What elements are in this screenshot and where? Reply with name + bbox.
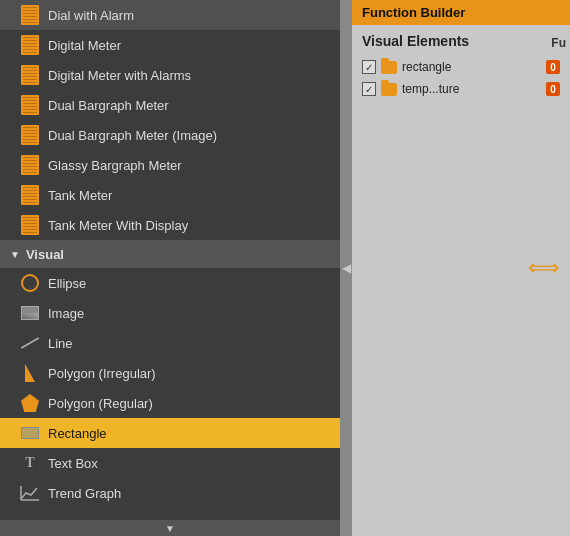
function-builder-header: Function Builder xyxy=(352,0,570,25)
item-label: Dual Bargraph Meter (Image) xyxy=(48,128,217,143)
fu-tab-label[interactable]: Fu xyxy=(551,36,566,50)
list-item-glassy-bargraph-meter[interactable]: Glassy Bargraph Meter xyxy=(0,150,340,180)
transfer-arrow-icon: ⟺ xyxy=(528,255,560,280)
list-item-image[interactable]: Image xyxy=(0,298,340,328)
list-item-dial-with-alarm[interactable]: Dial with Alarm xyxy=(0,0,340,30)
item-label: Tank Meter With Display xyxy=(48,218,188,233)
item-label: Dual Bargraph Meter xyxy=(48,98,169,113)
collapse-arrow-icon: ◀ xyxy=(342,261,351,275)
left-panel: Dial with Alarm Digital Meter Digital Me… xyxy=(0,0,340,536)
item-label: Polygon (Regular) xyxy=(48,396,153,411)
item-label: Rectangle xyxy=(48,426,107,441)
panel-collapse-button[interactable]: ◀ xyxy=(340,0,352,536)
ve-label-rectangle: rectangle xyxy=(402,60,542,74)
item-label: Image xyxy=(48,306,84,321)
item-label: Glassy Bargraph Meter xyxy=(48,158,182,173)
item-label: Line xyxy=(48,336,73,351)
list-item-trend-graph[interactable]: Trend Graph xyxy=(0,478,340,508)
ve-checkbox-rectangle[interactable] xyxy=(362,60,376,74)
list-item-line[interactable]: Line xyxy=(0,328,340,358)
ve-checkbox-temperature[interactable] xyxy=(362,82,376,96)
right-panel: ◀ Function Builder Visual Elements recta… xyxy=(340,0,570,536)
list-item-dual-bargraph-meter[interactable]: Dual Bargraph Meter xyxy=(0,90,340,120)
visual-section-header[interactable]: ▼ Visual xyxy=(0,240,340,268)
list-item-polygon-irregular[interactable]: Polygon (Irregular) xyxy=(0,358,340,388)
item-label: Trend Graph xyxy=(48,486,121,501)
list-item-rectangle[interactable]: Rectangle xyxy=(0,418,340,448)
list-item-tank-meter[interactable]: Tank Meter xyxy=(0,180,340,210)
item-label: Ellipse xyxy=(48,276,86,291)
ve-label-temperature: temp...ture xyxy=(402,82,542,96)
transfer-arrow-button[interactable]: ⟺ xyxy=(528,255,560,281)
ve-row-temperature[interactable]: temp...ture 0 xyxy=(358,79,564,99)
item-label: Polygon (Irregular) xyxy=(48,366,156,381)
item-label: Dial with Alarm xyxy=(48,8,134,23)
doc-icon xyxy=(20,155,40,175)
doc-icon xyxy=(20,5,40,25)
item-label: Digital Meter xyxy=(48,38,121,53)
list-item-polygon-regular[interactable]: Polygon (Regular) xyxy=(0,388,340,418)
ellipse-icon xyxy=(20,273,40,293)
doc-icon xyxy=(20,65,40,85)
image-icon xyxy=(20,303,40,323)
doc-icon xyxy=(20,35,40,55)
line-icon xyxy=(20,333,40,353)
list-item-ellipse[interactable]: Ellipse xyxy=(0,268,340,298)
ve-folder-icon-rectangle xyxy=(381,61,397,74)
scroll-down-arrow-icon: ▼ xyxy=(165,523,175,534)
list-item-tank-meter-with-display[interactable]: Tank Meter With Display xyxy=(0,210,340,240)
item-label: Digital Meter with Alarms xyxy=(48,68,191,83)
ve-folder-icon-temperature xyxy=(381,83,397,96)
right-content: Function Builder Visual Elements rectang… xyxy=(352,0,570,536)
doc-icon xyxy=(20,125,40,145)
polygon-regular-icon xyxy=(20,393,40,413)
item-label: Tank Meter xyxy=(48,188,112,203)
visual-elements-title: Visual Elements xyxy=(358,33,564,49)
doc-icon xyxy=(20,95,40,115)
ve-badge-temperature: 0 xyxy=(546,82,560,96)
list-item-digital-meter[interactable]: Digital Meter xyxy=(0,30,340,60)
section-label: Visual xyxy=(26,247,64,262)
list-item-text-box[interactable]: T Text Box xyxy=(0,448,340,478)
polygon-irregular-icon xyxy=(20,363,40,383)
scrollbar-bottom[interactable]: ▼ xyxy=(0,520,340,536)
doc-icon xyxy=(20,215,40,235)
rectangle-icon xyxy=(20,423,40,443)
doc-icon xyxy=(20,185,40,205)
function-builder-title: Function Builder xyxy=(362,5,465,20)
list-items-container: Dial with Alarm Digital Meter Digital Me… xyxy=(0,0,340,536)
ve-badge-rectangle: 0 xyxy=(546,60,560,74)
section-arrow-icon: ▼ xyxy=(10,249,20,260)
item-label: Text Box xyxy=(48,456,98,471)
list-item-dual-bargraph-meter-image[interactable]: Dual Bargraph Meter (Image) xyxy=(0,120,340,150)
ve-row-rectangle[interactable]: rectangle 0 xyxy=(358,57,564,77)
trend-graph-icon xyxy=(20,483,40,503)
textbox-icon: T xyxy=(20,453,40,473)
list-item-digital-meter-with-alarms[interactable]: Digital Meter with Alarms xyxy=(0,60,340,90)
